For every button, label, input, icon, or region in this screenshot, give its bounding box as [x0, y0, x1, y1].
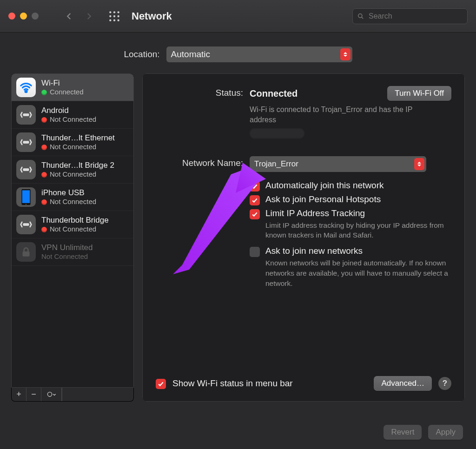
svg-rect-27: [22, 251, 29, 257]
bridge-icon: [16, 105, 36, 125]
show-menubar-label: Show Wi-Fi status in menu bar: [172, 378, 293, 389]
window-action-buttons: Revert Apply: [383, 425, 463, 440]
service-options-button[interactable]: [41, 388, 62, 401]
window-title: Network: [132, 10, 172, 22]
service-item-wi-fi[interactable]: Wi-Fi Connected: [12, 74, 133, 101]
svg-line-10: [362, 17, 364, 19]
ask-hotspot-checkbox[interactable]: [250, 195, 260, 205]
auto-join-label: Automatically join this network: [265, 180, 384, 191]
toolbar: Network: [0, 0, 476, 33]
show-all-icon[interactable]: [108, 10, 120, 22]
service-status: Not Connected: [41, 252, 93, 261]
limit-ip-label: Limit IP Address Tracking: [265, 208, 451, 218]
status-led: [41, 227, 47, 232]
bridge-icon: [16, 132, 36, 152]
status-value: Connected: [250, 88, 298, 99]
status-led: [41, 199, 47, 205]
svg-point-23: [26, 204, 26, 205]
bridge-icon: [16, 160, 36, 179]
svg-point-3: [109, 15, 111, 17]
service-status: Connected: [41, 88, 84, 97]
remove-service-button[interactable]: −: [26, 388, 41, 401]
ip-address-redacted: [250, 128, 304, 139]
status-led: [41, 172, 47, 178]
svg-point-1: [113, 11, 115, 13]
ask-hotspot-label: Ask to join Personal Hotspots: [265, 194, 381, 205]
svg-point-17: [27, 141, 28, 143]
forward-button[interactable]: [82, 10, 95, 23]
service-sidebar: Wi-Fi Connected Android Not Connected Th…: [11, 73, 134, 402]
iphone-icon: [16, 187, 36, 207]
limit-ip-desc: Limit IP address tracking by hiding your…: [265, 220, 451, 240]
service-status: Not Connected: [41, 225, 109, 234]
service-item-thunder-lt-bridge-2[interactable]: Thunder…lt Bridge 2 Not Connected: [12, 156, 133, 184]
service-item-iphone-usb[interactable]: iPhone USB Not Connected: [12, 184, 133, 211]
status-description: Wi-Fi is connected to Trojan_Error and h…: [250, 105, 436, 139]
service-item-thunderbolt-bridge[interactable]: Thunderbolt Bridge Not Connected: [12, 211, 133, 238]
service-list[interactable]: Wi-Fi Connected Android Not Connected Th…: [11, 73, 134, 388]
ask-new-networks-checkbox[interactable]: [250, 247, 260, 257]
location-label: Location:: [124, 49, 159, 59]
network-name-popup[interactable]: Trojan_Error: [250, 156, 426, 172]
search-input[interactable]: [368, 12, 463, 21]
help-button[interactable]: ?: [438, 377, 451, 390]
network-name-label: Network Name:: [156, 156, 243, 168]
status-label: Status:: [156, 86, 243, 98]
service-status: Not Connected: [41, 198, 96, 206]
show-menubar-checkbox[interactable]: [156, 379, 166, 389]
svg-point-6: [109, 19, 111, 21]
search-field[interactable]: [352, 8, 468, 24]
wifi-icon: [16, 78, 36, 97]
svg-point-20: [27, 169, 28, 170]
svg-point-2: [118, 11, 119, 13]
status-led: [41, 145, 47, 150]
apply-button[interactable]: Apply: [428, 425, 463, 440]
status-led: [41, 117, 47, 123]
service-name: iPhone USB: [41, 188, 96, 198]
network-name-value: Trojan_Error: [254, 159, 298, 169]
service-name: Wi-Fi: [41, 78, 84, 88]
minimize-window-button[interactable]: [20, 13, 27, 20]
service-item-android[interactable]: Android Not Connected: [12, 101, 133, 129]
service-name: Thunder…lt Ethernet: [41, 133, 115, 143]
ask-new-networks-label: Ask to join new networks: [265, 246, 451, 256]
service-status: Not Connected: [41, 170, 114, 179]
svg-point-7: [113, 19, 115, 21]
svg-rect-22: [22, 190, 30, 203]
limit-ip-checkbox[interactable]: [250, 209, 260, 219]
svg-point-9: [358, 13, 362, 17]
status-desc-text: Wi-Fi is connected to Trojan_Error and h…: [250, 105, 436, 125]
sidebar-footer: + −: [11, 388, 134, 402]
detail-panel: Status: Connected Turn Wi-Fi Off Wi-Fi i…: [142, 73, 465, 402]
service-status: Not Connected: [41, 143, 115, 152]
wifi-toggle-button[interactable]: Turn Wi-Fi Off: [387, 86, 451, 101]
back-button[interactable]: [63, 10, 76, 23]
svg-point-8: [118, 19, 119, 21]
svg-point-26: [27, 224, 28, 225]
service-status: Not Connected: [41, 115, 96, 124]
location-row: Location: Automatic: [0, 33, 476, 73]
svg-point-11: [25, 91, 27, 92]
zoom-window-button[interactable]: [32, 13, 39, 20]
window-controls: [8, 13, 39, 20]
svg-point-4: [113, 15, 115, 17]
ask-new-networks-desc: Known networks will be joined automatica…: [265, 258, 451, 288]
svg-point-28: [47, 392, 52, 396]
advanced-button[interactable]: Advanced…: [374, 376, 432, 391]
location-popup[interactable]: Automatic: [166, 46, 352, 62]
close-window-button[interactable]: [8, 13, 15, 20]
lock-icon: [16, 242, 36, 262]
search-icon: [357, 13, 364, 20]
service-item-thunder-lt-ethernet[interactable]: Thunder…lt Ethernet Not Connected: [12, 129, 133, 156]
auto-join-checkbox[interactable]: [250, 181, 260, 191]
service-name: Thunder…lt Bridge 2: [41, 160, 114, 170]
svg-point-0: [109, 11, 111, 13]
stepper-icon: [340, 48, 350, 60]
status-led: [41, 90, 47, 95]
service-name: VPN Unlimited: [41, 243, 93, 252]
svg-point-5: [118, 15, 119, 17]
add-service-button[interactable]: +: [12, 388, 26, 401]
stepper-icon: [414, 158, 424, 170]
revert-button[interactable]: Revert: [383, 425, 422, 440]
service-item-vpn-unlimited[interactable]: VPN Unlimited Not Connected: [12, 238, 133, 266]
